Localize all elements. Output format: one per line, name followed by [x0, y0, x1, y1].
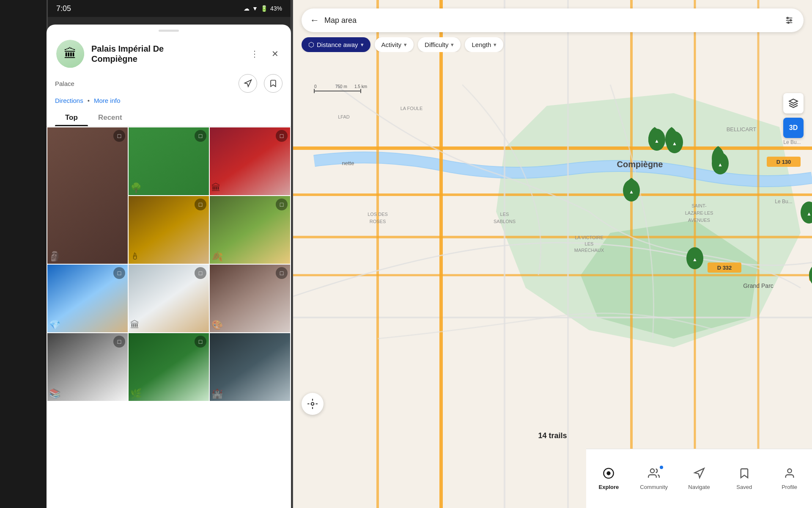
nav-profile[interactable]: Profile	[767, 462, 812, 495]
svg-text:Grand Parc: Grand Parc	[743, 282, 774, 289]
place-title-block: Palais Impérial DeCompiègne	[91, 44, 164, 64]
svg-text:LES: LES	[500, 212, 509, 217]
tab-recent[interactable]: Recent	[88, 109, 132, 126]
svg-point-70	[787, 22, 789, 24]
filter-distance[interactable]: ⬡ Distance away ▾	[302, 37, 370, 52]
svg-text:LA VICTOIRE: LA VICTOIRE	[575, 235, 604, 240]
svg-text:▲: ▲	[718, 162, 723, 168]
tab-top[interactable]: Top	[55, 109, 88, 126]
photo-save-7[interactable]: □	[195, 267, 206, 279]
photo-save-6[interactable]: □	[113, 267, 125, 279]
svg-text:BELLICART: BELLICART	[727, 126, 757, 133]
photo-cell-3[interactable]: □	[210, 127, 290, 195]
svg-text:AVENUES: AVENUES	[688, 218, 710, 223]
status-icons: ☁ ▼ 🔋 43%	[244, 5, 282, 12]
map-panel: D 130 D 332 D 130 Compiègne nette LOS DE…	[293, 0, 812, 508]
explore-label: Explore	[599, 484, 619, 490]
svg-text:LA FOULE: LA FOULE	[401, 106, 423, 111]
photo-cell-2[interactable]: □	[129, 127, 209, 195]
photo-save-4[interactable]: □	[195, 199, 206, 210]
svg-text:SABLONS: SABLONS	[494, 219, 516, 224]
photo-save-3[interactable]: □	[276, 130, 288, 142]
place-avatar-image	[56, 40, 84, 68]
map-3d-button[interactable]: 3D	[783, 118, 804, 138]
place-actions	[239, 74, 283, 93]
community-label: Community	[640, 484, 668, 490]
filter-distance-label: Distance away	[317, 41, 358, 48]
trail-count: 14 trails	[293, 431, 812, 440]
place-name: Palais Impérial DeCompiègne	[91, 44, 164, 64]
directions-link[interactable]: Directions	[55, 97, 83, 104]
photo-save-2[interactable]: □	[195, 130, 206, 142]
photo-save-9[interactable]: □	[113, 336, 125, 348]
svg-text:▲: ▲	[672, 141, 677, 146]
svg-text:LAZARE·LES: LAZARE·LES	[685, 210, 713, 215]
photo-save-5[interactable]: □	[276, 199, 288, 210]
profile-label: Profile	[782, 484, 797, 490]
filter-activity-label: Activity	[381, 41, 402, 48]
map-layers-button[interactable]	[783, 93, 804, 113]
phone-status-bar: 7:05 ☁ ▼ 🔋 43%	[48, 0, 291, 17]
svg-text:▲: ▲	[654, 138, 659, 144]
map-search-input[interactable]	[324, 16, 782, 25]
photo-cell-11[interactable]	[210, 333, 290, 401]
photo-save-8[interactable]: □	[276, 267, 288, 279]
location-button[interactable]	[302, 393, 324, 415]
navigate-icon	[693, 467, 705, 482]
distance-chevron: ▾	[361, 41, 364, 48]
filter-adjust-icon[interactable]	[782, 13, 797, 28]
svg-text:D 130: D 130	[776, 159, 791, 165]
svg-text:0: 0	[314, 84, 317, 89]
svg-marker-71	[789, 99, 798, 103]
photo-cell-6[interactable]: □	[47, 265, 128, 332]
photo-cell-8[interactable]: □	[210, 265, 290, 332]
nav-saved[interactable]: Saved	[721, 462, 767, 495]
svg-point-68	[787, 17, 789, 19]
filter-activity[interactable]: Activity ▾	[375, 37, 414, 52]
close-button[interactable]: ✕	[267, 46, 283, 61]
svg-point-74	[607, 472, 610, 475]
svg-text:▲: ▲	[692, 257, 697, 262]
photo-cell-5[interactable]: □	[210, 196, 290, 264]
photo-save-10[interactable]: □	[195, 336, 206, 348]
save-icon-button[interactable]	[264, 74, 283, 93]
svg-text:LFAD: LFAD	[338, 114, 350, 119]
svg-point-72	[311, 403, 314, 406]
svg-text:▲: ▲	[807, 211, 812, 217]
photo-cell-7[interactable]: □	[129, 265, 209, 332]
svg-text:D 332: D 332	[717, 265, 732, 271]
back-icon[interactable]: ←	[310, 15, 319, 26]
photo-cell-10[interactable]: □	[129, 333, 209, 401]
filter-difficulty[interactable]: Difficulty ▾	[418, 37, 461, 52]
more-info-link[interactable]: More info	[94, 97, 121, 104]
filter-length-label: Length	[472, 41, 491, 48]
nav-explore[interactable]: Explore	[586, 462, 631, 495]
photo-cell-4[interactable]: □	[129, 196, 209, 264]
place-meta: Palace	[47, 74, 291, 97]
signal-icon: ▼	[252, 5, 258, 12]
svg-text:▲: ▲	[629, 189, 634, 195]
distance-icon: ⬡	[308, 41, 314, 49]
wifi-icon: ☁	[244, 5, 250, 12]
photo-cell-9[interactable]: □	[47, 333, 128, 401]
place-type: Palace	[55, 80, 74, 87]
explore-icon	[603, 467, 614, 482]
filter-length[interactable]: Length ▾	[465, 37, 503, 52]
nav-navigate[interactable]: Navigate	[677, 462, 722, 495]
svg-text:750 m: 750 m	[335, 84, 347, 89]
directions-icon-button[interactable]	[239, 74, 257, 93]
svg-text:LOS DES: LOS DES	[368, 212, 388, 217]
more-options-button[interactable]: ⋮	[247, 46, 262, 61]
photo-cell-1[interactable]: □	[47, 127, 128, 264]
svg-point-77	[787, 469, 791, 472]
svg-text:nette: nette	[342, 160, 354, 166]
sheet-handle	[159, 30, 179, 32]
activity-chevron: ▾	[404, 41, 407, 48]
status-time: 7:05	[56, 4, 71, 13]
battery-icon: 🔋	[261, 5, 268, 12]
photo-save-1[interactable]: □	[113, 130, 125, 142]
nav-community[interactable]: Community	[631, 462, 677, 495]
svg-text:ROSES: ROSES	[370, 219, 386, 224]
svg-text:Le Bu...: Le Bu...	[775, 199, 792, 204]
filter-difficulty-label: Difficulty	[425, 41, 448, 48]
